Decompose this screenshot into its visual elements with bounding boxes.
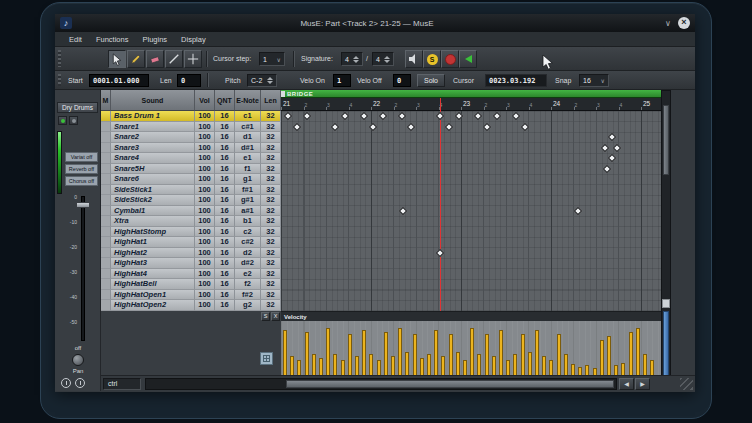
note-diamond[interactable] [436,248,444,256]
velocity-bar[interactable] [535,330,539,376]
velocity-bar[interactable] [297,360,301,376]
mute-button[interactable] [69,116,78,125]
note-diamond[interactable] [369,122,377,130]
power-button[interactable] [61,378,71,388]
velocity-bar[interactable] [470,328,474,376]
note-diamond[interactable] [284,112,292,120]
controller-select-button[interactable] [260,352,273,365]
drum-row[interactable]: HighHat310016d#232 [101,258,281,269]
menu-plugins[interactable]: Plugins [142,35,167,44]
note-diamond[interactable] [293,122,301,130]
volume-slider[interactable] [81,196,85,341]
drum-row[interactable]: HighHatOpen210016g232 [101,300,281,311]
velocity-bar[interactable] [513,354,517,376]
velocity-bar[interactable] [542,356,546,376]
velocity-bar[interactable] [312,354,316,376]
pitch-spinbox[interactable]: C-2 [247,74,277,87]
reverb-send-chip[interactable]: Reverb off [65,164,98,174]
drum-row[interactable]: Snare210016d132 [101,132,281,143]
monitor-button[interactable] [75,378,85,388]
scroll-right-button[interactable]: ▶ [635,378,650,390]
velocity-bar[interactable] [629,332,633,376]
note-diamond[interactable] [360,112,368,120]
velocity-bar[interactable] [405,352,409,376]
note-diamond[interactable] [574,206,582,214]
velocity-bar[interactable] [283,330,287,376]
velocity-bar[interactable] [384,332,388,376]
drum-row[interactable]: Xtra10016b132 [101,216,281,227]
drum-row[interactable]: HighHatBell10016f232 [101,279,281,290]
velocity-bar[interactable] [485,334,489,376]
volume-slider-handle[interactable] [76,202,90,208]
controller-solo-button[interactable]: S [261,312,270,321]
drum-row[interactable]: HighHatStomp10016c232 [101,227,281,238]
drum-row[interactable]: Snare310016d#132 [101,143,281,154]
drum-row[interactable]: HighHatOpen110016f#232 [101,290,281,301]
note-diamond[interactable] [521,122,529,130]
note-diamond[interactable] [493,112,501,120]
velocity-scrollbar-thumb[interactable] [663,311,669,385]
note-diamond[interactable] [483,122,491,130]
velo-on-field[interactable]: 1 [333,74,351,87]
note-diamond[interactable] [407,122,415,130]
note-grid[interactable] [281,111,661,311]
snap-combo[interactable]: 16 ∨ [579,74,609,87]
drum-row[interactable]: Snare5H10016f132 [101,164,281,175]
velocity-bar[interactable] [564,354,568,376]
horizontal-scrollbar[interactable] [145,378,617,390]
note-diamond[interactable] [455,112,463,120]
menu-display[interactable]: Display [181,35,206,44]
note-diamond[interactable] [331,122,339,130]
velocity-bar[interactable] [506,360,510,376]
vertical-scrollbar[interactable] [661,90,671,391]
note-diamond[interactable] [512,112,520,120]
velocity-bar[interactable] [362,330,366,376]
velocity-bar[interactable] [398,328,402,376]
note-diamond[interactable] [608,154,616,162]
velocity-bars-area[interactable] [281,321,661,376]
splitter-handle[interactable] [662,299,670,308]
drum-row[interactable]: HighHat410016e232 [101,269,281,280]
velocity-bar[interactable] [369,354,373,376]
note-diamond[interactable] [399,206,407,214]
toolbar-handle[interactable] [58,50,61,67]
toolbar-handle[interactable] [58,74,61,86]
note-diamond[interactable] [398,112,406,120]
velocity-bar[interactable] [333,354,337,376]
velocity-bar[interactable] [600,340,604,376]
velocity-bar[interactable] [636,328,640,376]
velocity-bar[interactable] [391,356,395,376]
velocity-bar[interactable] [650,360,654,376]
velocity-bar[interactable] [456,352,460,376]
shade-button[interactable]: ∨ [662,19,674,28]
note-diamond[interactable] [608,133,616,141]
timeline-ruler[interactable]: 2122232425234234234234 [281,98,661,111]
velocity-bar[interactable] [413,334,417,376]
midi-in-button[interactable] [441,50,459,68]
step-record-button[interactable]: S [423,50,441,68]
cursor-tool-button[interactable] [184,50,202,68]
velocity-bar[interactable] [319,358,323,376]
note-diamond[interactable] [613,143,621,151]
pencil-tool-button[interactable] [127,50,145,68]
len-field[interactable]: 0 [177,74,201,87]
controller-close-button[interactable]: X [271,312,280,321]
variat-send-chip[interactable]: Variat off [65,152,98,162]
note-diamond[interactable] [341,112,349,120]
velocity-bar[interactable] [377,360,381,376]
velocity-bar[interactable] [355,356,359,376]
drum-row[interactable]: HighHat110016c#232 [101,237,281,248]
drum-row[interactable]: Snare110016c#132 [101,122,281,133]
velocity-bar[interactable] [463,360,467,376]
note-diamond[interactable] [303,112,311,120]
velocity-bar[interactable] [449,334,453,376]
signature-numerator-spinbox[interactable]: 4 [341,52,363,66]
ctrl-combo[interactable]: ctrl [103,378,141,390]
solo-button[interactable]: Solo [417,74,445,87]
pointer-tool-button[interactable] [108,50,126,68]
record-arm-button[interactable] [58,116,67,125]
part-handle-icon[interactable] [281,91,285,97]
close-button[interactable]: × [678,17,690,29]
velocity-bar[interactable] [290,356,294,376]
signature-denominator-spinbox[interactable]: 4 [372,52,394,66]
